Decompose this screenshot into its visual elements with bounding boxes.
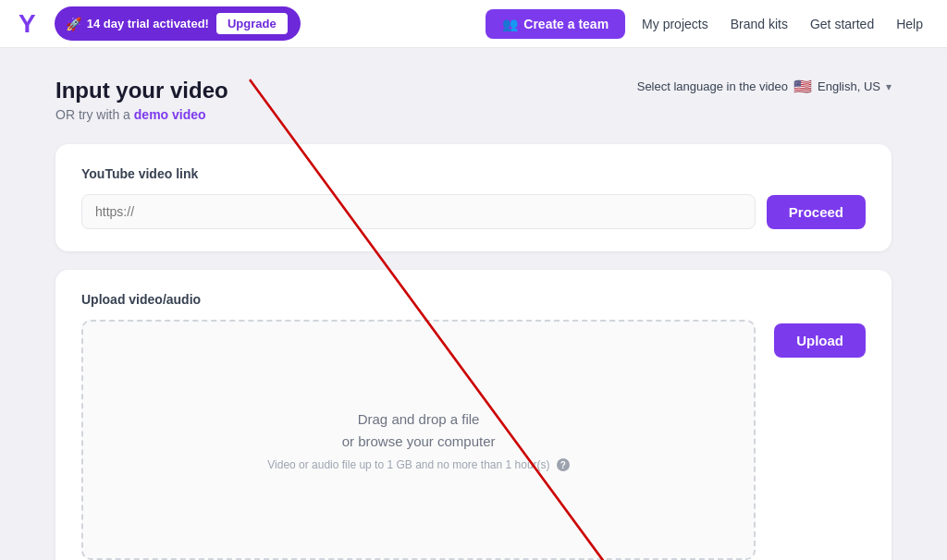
upload-card-title: Upload video/audio	[81, 292, 866, 307]
youtube-input-row: Proceed	[81, 194, 866, 229]
info-icon[interactable]: ?	[557, 458, 570, 471]
language-selector[interactable]: Select language in the video 🇺🇸 English,…	[637, 78, 892, 95]
create-team-button[interactable]: 👥 Create a team	[486, 9, 625, 39]
language-value: English, US	[818, 79, 880, 93]
proceed-button[interactable]: Proceed	[767, 195, 866, 229]
nav-get-started[interactable]: Get started	[805, 17, 879, 31]
rocket-icon: 🚀	[66, 17, 81, 31]
dropzone[interactable]: Drag and drop a fileor browse your compu…	[81, 320, 756, 560]
upgrade-button[interactable]: Upgrade	[215, 11, 289, 36]
dropzone-sub-text: Video or audio file up to 1 GB and no mo…	[267, 458, 570, 472]
header: Y 🚀 14 day trial activated! Upgrade 👥 Cr…	[0, 0, 947, 48]
create-team-label: Create a team	[523, 17, 609, 31]
youtube-card: YouTube video link Proceed	[55, 144, 892, 251]
nav-brand-kits[interactable]: Brand kits	[725, 17, 793, 31]
youtube-url-input[interactable]	[81, 194, 756, 229]
subtitle: OR try with a demo video	[55, 107, 892, 122]
trial-badge[interactable]: 🚀 14 day trial activated! Upgrade	[55, 6, 301, 41]
subtitle-prefix: OR try with a	[55, 107, 134, 122]
people-icon: 👥	[502, 17, 518, 31]
demo-video-link[interactable]: demo video	[134, 107, 206, 122]
language-label: Select language in the video	[637, 79, 788, 93]
logo: Y	[18, 9, 36, 39]
dropzone-main-text: Drag and drop a fileor browse your compu…	[342, 408, 496, 453]
flag-icon: 🇺🇸	[793, 78, 812, 95]
trial-label: 14 day trial activated!	[87, 17, 209, 30]
upload-card: Upload video/audio Drag and drop a fileo…	[55, 270, 892, 560]
upload-button[interactable]: Upload	[774, 323, 866, 358]
nav-my-projects[interactable]: My projects	[636, 17, 714, 31]
upload-row: Drag and drop a fileor browse your compu…	[81, 320, 866, 560]
nav-help[interactable]: Help	[891, 17, 929, 31]
youtube-card-title: YouTube video link	[81, 166, 866, 181]
main-content: Select language in the video 🇺🇸 English,…	[0, 48, 947, 560]
chevron-down-icon: ▾	[886, 80, 892, 93]
